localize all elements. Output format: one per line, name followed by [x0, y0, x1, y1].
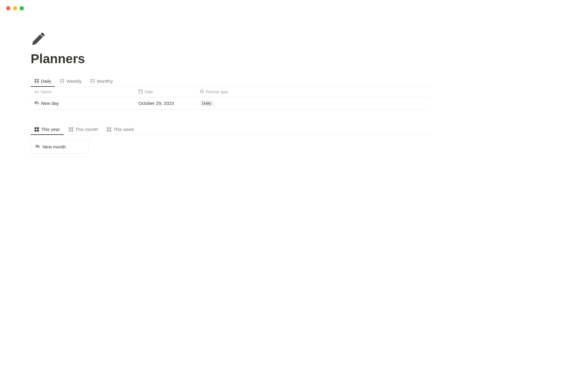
svg-rect-9: [62, 81, 64, 82]
maximize-button[interactable]: [20, 6, 24, 10]
yearly-tabs: This year This month: [31, 124, 429, 135]
gallery-icon-week: [107, 127, 111, 132]
svg-rect-26: [35, 127, 36, 129]
close-button[interactable]: [6, 6, 10, 10]
svg-rect-34: [107, 127, 109, 129]
row-icon: [34, 100, 39, 106]
table-icon-daily: [34, 79, 39, 84]
yearly-section: This year This month: [31, 124, 429, 154]
gallery-icon-month: [69, 127, 74, 132]
svg-rect-27: [37, 127, 39, 129]
calendar-icon: [138, 89, 143, 94]
svg-rect-12: [90, 79, 92, 80]
table-icon-weekly: [60, 79, 65, 84]
window-controls: [6, 6, 24, 10]
svg-rect-15: [93, 81, 95, 82]
svg-rect-37: [109, 130, 111, 132]
col-header-name: Aa Name: [31, 87, 135, 97]
svg-rect-32: [69, 130, 71, 132]
svg-rect-30: [69, 127, 71, 129]
svg-rect-10: [60, 83, 62, 83]
new-month-card[interactable]: New month: [31, 140, 89, 154]
cell-planner-type: Daily: [196, 97, 257, 109]
tab-this-week[interactable]: This week: [103, 124, 138, 135]
page-icon: [31, 31, 429, 47]
svg-rect-33: [71, 130, 73, 132]
new-month-label: New month: [43, 144, 66, 149]
svg-rect-35: [109, 127, 111, 129]
svg-point-22: [200, 90, 204, 93]
svg-rect-36: [107, 130, 109, 132]
svg-rect-13: [93, 79, 95, 80]
table-row[interactable]: New day October 29, 2023 Daily: [31, 97, 429, 109]
svg-rect-29: [37, 130, 39, 132]
tab-monthly[interactable]: Monthly: [86, 76, 117, 87]
svg-rect-1: [37, 79, 39, 80]
svg-rect-0: [35, 79, 36, 80]
main-content: Planners Daily: [0, 0, 429, 154]
text-icon: Aa: [34, 90, 39, 94]
col-header-date: Date: [135, 87, 196, 97]
svg-rect-7: [62, 79, 64, 80]
svg-rect-4: [35, 83, 36, 83]
svg-rect-28: [35, 130, 36, 132]
card-icon: [35, 144, 40, 150]
tab-this-year[interactable]: This year: [31, 124, 64, 135]
tab-this-month[interactable]: This month: [65, 124, 102, 135]
tab-monthly-label: Monthly: [97, 79, 113, 84]
svg-rect-3: [37, 81, 39, 82]
svg-rect-2: [35, 81, 36, 82]
tab-daily-label: Daily: [41, 79, 51, 84]
svg-rect-18: [139, 90, 142, 93]
circle-check-icon: [200, 89, 204, 94]
table-icon-monthly: [90, 79, 95, 84]
tab-weekly-label: Weekly: [66, 79, 81, 84]
cell-name: New day: [31, 97, 135, 109]
table-header: Aa Name Date Planner type: [31, 87, 429, 97]
tab-this-month-label: This month: [75, 127, 98, 132]
svg-rect-8: [60, 81, 62, 82]
minimize-button[interactable]: [13, 6, 17, 10]
daily-tabs: Daily Weekly: [31, 76, 429, 87]
tab-this-week-label: This week: [113, 127, 134, 132]
page-title: Planners: [31, 52, 429, 66]
tab-this-year-label: This year: [41, 127, 60, 132]
svg-rect-14: [90, 81, 92, 82]
svg-rect-5: [37, 83, 39, 83]
planner-badge: Daily: [200, 100, 213, 106]
svg-rect-11: [62, 83, 64, 83]
svg-rect-6: [60, 79, 62, 80]
cell-date: October 29, 2023: [135, 98, 196, 109]
gallery-icon-year: [34, 127, 39, 132]
tab-weekly[interactable]: Weekly: [56, 76, 85, 87]
svg-rect-16: [90, 83, 92, 83]
svg-rect-17: [93, 83, 95, 83]
svg-rect-31: [71, 127, 73, 129]
tab-daily[interactable]: Daily: [31, 76, 55, 87]
col-header-planner-type: Planner type: [196, 87, 257, 97]
